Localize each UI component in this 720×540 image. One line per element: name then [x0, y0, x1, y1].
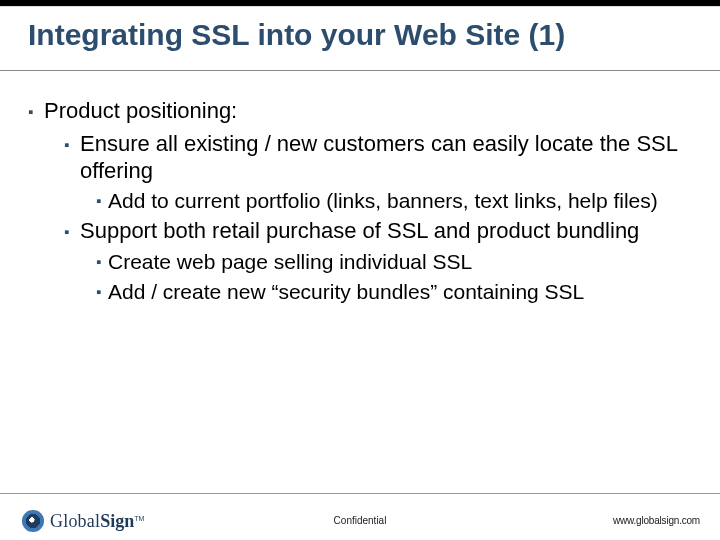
bullet-level1: ▪ Product positioning: [28, 98, 692, 125]
footer: GlobalSignTM Confidential www.globalsign… [0, 494, 720, 540]
bullet-text: Product positioning: [44, 98, 692, 125]
globalsign-logo: GlobalSignTM [22, 510, 144, 532]
slide-body: ▪ Product positioning: ▪ Ensure all exis… [28, 98, 692, 308]
bullet-text: Support both retail purchase of SSL and … [80, 218, 692, 245]
bullet-level3: ▪ Add / create new “security bundles” co… [96, 279, 692, 305]
logo-text: GlobalSignTM [50, 511, 144, 532]
logo-word-global: Global [50, 511, 100, 531]
logo-tm: TM [134, 514, 144, 521]
square-bullet-icon: ▪ [64, 218, 80, 245]
bullet-level3: ▪ Create web page selling individual SSL [96, 249, 692, 275]
slide: Integrating SSL into your Web Site (1) ▪… [0, 0, 720, 540]
square-bullet-icon: ▪ [96, 188, 108, 214]
bullet-level2: ▪ Ensure all existing / new customers ca… [64, 131, 692, 185]
bullet-text: Add / create new “security bundles” cont… [108, 279, 692, 305]
bullet-text: Add to current portfolio (links, banners… [108, 188, 692, 214]
globe-icon [22, 510, 44, 532]
top-border-light [0, 6, 720, 7]
square-bullet-icon: ▪ [28, 98, 44, 125]
bullet-level3: ▪ Add to current portfolio (links, banne… [96, 188, 692, 214]
bullet-text: Create web page selling individual SSL [108, 249, 692, 275]
square-bullet-icon: ▪ [96, 279, 108, 305]
logo-word-sign: Sign [100, 511, 134, 531]
footer-confidential: Confidential [334, 515, 387, 526]
slide-title: Integrating SSL into your Web Site (1) [28, 18, 692, 52]
square-bullet-icon: ▪ [96, 249, 108, 275]
bullet-level2: ▪ Support both retail purchase of SSL an… [64, 218, 692, 245]
square-bullet-icon: ▪ [64, 131, 80, 185]
title-underline [0, 70, 720, 71]
bullet-text: Ensure all existing / new customers can … [80, 131, 692, 185]
footer-url: www.globalsign.com [613, 515, 700, 526]
